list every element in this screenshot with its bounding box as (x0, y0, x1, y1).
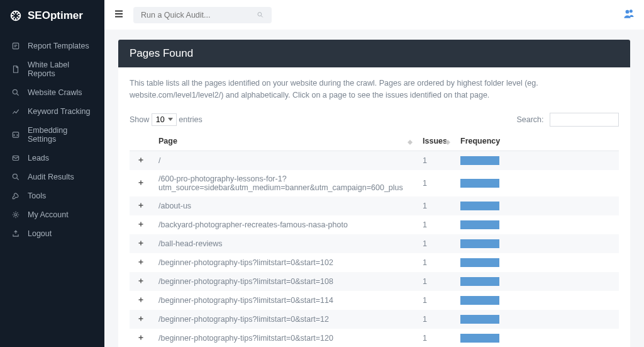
expand-button[interactable] (130, 234, 152, 253)
brand-logo[interactable]: SEOptimer (0, 0, 104, 31)
pages-found-panel: Pages Found This table lists all the pag… (118, 40, 630, 347)
sidebar-item-report-templates[interactable]: Report Templates (0, 37, 104, 55)
table-search-control: Search: (516, 113, 619, 127)
svg-point-2 (13, 89, 17, 94)
quick-audit-input[interactable] (141, 11, 252, 20)
table-search-input[interactable] (550, 113, 619, 127)
cell-page: /beginner-photography-tips?limitstart=0&… (152, 272, 416, 291)
expand-button[interactable] (130, 329, 152, 348)
plus-icon (137, 334, 145, 341)
expand-button[interactable] (130, 170, 152, 196)
cell-page: /beginner-photography-tips?limitstart=0&… (152, 253, 416, 272)
svg-point-8 (626, 10, 630, 14)
search-label: Search: (516, 115, 543, 124)
show-label: Show (130, 115, 149, 124)
table-row[interactable]: /ball-head-reviews1 (130, 234, 619, 253)
table-row[interactable]: /beginner-photography-tips?limitstart=0&… (130, 272, 619, 291)
code-icon (11, 130, 20, 139)
column-page[interactable]: Page (152, 132, 416, 151)
cell-page: / (152, 151, 416, 170)
quick-audit-search[interactable] (133, 7, 272, 23)
svg-point-6 (14, 213, 17, 216)
cell-frequency (454, 196, 619, 215)
sidebar-item-label: Leads (28, 154, 49, 162)
svg-point-9 (630, 9, 633, 13)
cell-frequency (454, 215, 619, 234)
expand-button[interactable] (130, 310, 152, 329)
table-row[interactable]: /beginner-photography-tips?limitstart=0&… (130, 329, 619, 348)
sidebar-item-logout[interactable]: Logout (0, 224, 104, 243)
expand-button[interactable] (130, 215, 152, 234)
table-row[interactable]: /1 (130, 151, 619, 170)
cell-frequency (454, 253, 619, 272)
frequency-bar (460, 315, 499, 324)
entries-select[interactable]: 10 (152, 113, 177, 126)
column-frequency[interactable]: Frequency (454, 132, 619, 151)
brand-text: SEOptimer (28, 9, 83, 22)
wrench-icon (11, 191, 20, 200)
frequency-bar (460, 202, 499, 210)
sidebar-item-label: Logout (28, 229, 52, 238)
cell-issues: 1 (416, 272, 454, 291)
sidebar-item-label: Embedding Settings (28, 126, 93, 144)
sidebar-item-tools[interactable]: Tools (0, 186, 104, 205)
frequency-bar (460, 258, 499, 267)
table-row[interactable]: /beginner-photography-tips?limitstart=0&… (130, 291, 619, 310)
brand-icon (9, 9, 23, 23)
svg-point-5 (13, 174, 17, 178)
template-icon (11, 42, 20, 50)
expand-button[interactable] (130, 272, 152, 291)
frequency-bar (460, 296, 499, 305)
cell-frequency (454, 310, 619, 329)
cell-frequency (454, 329, 619, 348)
menu-toggle-button[interactable] (113, 8, 125, 21)
panel-title: Pages Found (118, 40, 630, 67)
sidebar-item-audit-results[interactable]: Audit Results (0, 168, 104, 186)
sidebar-item-keyword-tracking[interactable]: Keyword Tracking (0, 102, 104, 121)
sidebar-item-label: Tools (28, 191, 46, 200)
svg-point-7 (258, 13, 262, 16)
search-icon (11, 173, 20, 181)
gear-icon (11, 210, 20, 219)
expand-button[interactable] (130, 291, 152, 310)
expand-button[interactable] (130, 151, 152, 170)
expand-button[interactable] (130, 196, 152, 215)
sidebar-item-label: White Label Reports (28, 60, 93, 78)
column-expand (130, 132, 152, 151)
table-row[interactable]: /beginner-photography-tips?limitstart=0&… (130, 253, 619, 272)
sidebar-item-website-crawls[interactable]: Website Crawls (0, 83, 104, 102)
table-row[interactable]: /backyard-photographer-recreates-famous-… (130, 215, 619, 234)
sidebar-item-leads[interactable]: Leads (0, 149, 104, 168)
sidebar-item-my-account[interactable]: My Account (0, 205, 104, 224)
sidebar-item-embedding-settings[interactable]: Embedding Settings (0, 121, 104, 149)
cell-frequency (454, 151, 619, 170)
users-button[interactable] (623, 8, 635, 22)
cell-frequency (454, 234, 619, 253)
sidebar-item-white-label-reports[interactable]: White Label Reports (0, 55, 104, 83)
logout-icon (11, 229, 20, 238)
search-icon (11, 88, 20, 97)
table-controls: Show 10 entries Search: (130, 113, 619, 127)
cell-page: /beginner-photography-tips?limitstart=0&… (152, 291, 416, 310)
entries-label: entries (179, 115, 203, 124)
frequency-bar (460, 220, 499, 229)
sidebar-item-label: Report Templates (28, 42, 89, 50)
users-icon (623, 8, 635, 20)
plus-icon (137, 220, 145, 228)
cell-issues: 1 (416, 215, 454, 234)
cell-issues: 1 (416, 151, 454, 170)
plus-icon (137, 179, 145, 186)
content: Pages Found This table lists all the pag… (104, 30, 644, 347)
panel-description: This table lists all the pages identifie… (130, 77, 619, 101)
cell-frequency (454, 170, 619, 196)
table-row[interactable]: /600-pro-photography-lessons-for-1?utm_s… (130, 170, 619, 196)
expand-button[interactable] (130, 253, 152, 272)
plus-icon (137, 258, 145, 266)
column-issues[interactable]: Issues (416, 132, 454, 151)
mail-icon (11, 154, 20, 162)
table-row[interactable]: /about-us1 (130, 196, 619, 215)
topbar (104, 0, 644, 30)
frequency-bar (460, 239, 499, 248)
cell-page: /beginner-photography-tips?limitstart=0&… (152, 329, 416, 348)
table-row[interactable]: /beginner-photography-tips?limitstart=0&… (130, 310, 619, 329)
